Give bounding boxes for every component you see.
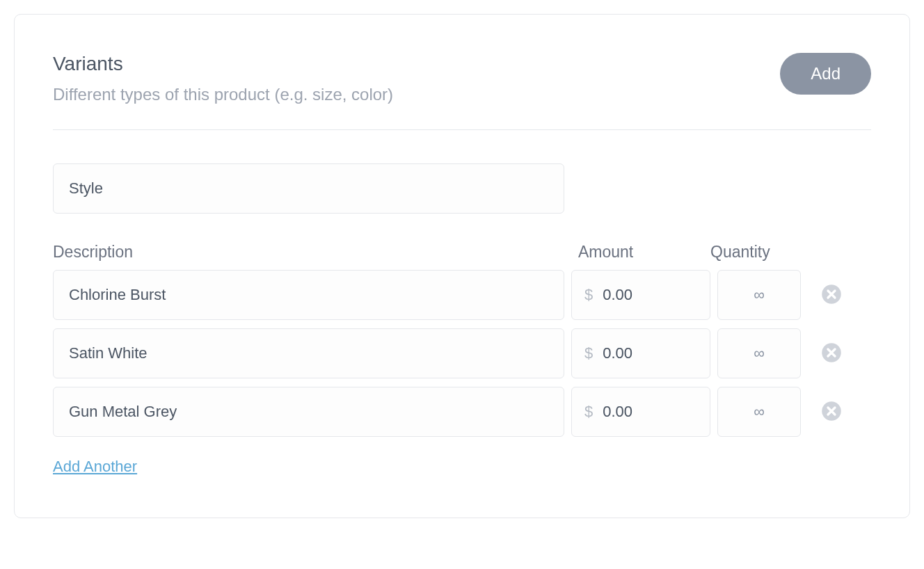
variant-description-input[interactable] [53, 387, 564, 437]
variants-subtitle: Different types of this product (e.g. si… [53, 85, 393, 104]
variant-group-name-wrap [53, 163, 564, 214]
variant-amount-input[interactable] [603, 344, 697, 362]
currency-symbol: $ [584, 403, 593, 421]
variant-amount-input[interactable] [603, 286, 697, 304]
currency-symbol: $ [584, 344, 593, 362]
variant-row: $ [53, 270, 871, 320]
close-icon [821, 284, 842, 307]
variants-card: Variants Different types of this product… [14, 14, 910, 518]
close-icon [821, 342, 842, 365]
variant-quantity-wrap [717, 387, 801, 437]
remove-variant-button[interactable] [820, 284, 843, 306]
variant-amount-input[interactable] [603, 403, 697, 421]
variant-quantity-input[interactable] [718, 286, 800, 304]
variant-row: $ [53, 387, 871, 437]
column-label-description: Description [53, 243, 578, 262]
variants-header: Variants Different types of this product… [53, 53, 871, 130]
currency-symbol: $ [584, 286, 593, 304]
variant-amount-wrap: $ [571, 328, 710, 378]
variants-title: Variants [53, 53, 393, 75]
variant-quantity-wrap [717, 270, 801, 320]
remove-variant-button[interactable] [820, 342, 843, 364]
variant-description-input[interactable] [53, 328, 564, 378]
add-another-link[interactable]: Add Another [53, 458, 137, 476]
column-label-amount: Amount [578, 243, 710, 262]
variant-quantity-input[interactable] [718, 403, 800, 421]
variant-quantity-wrap [717, 328, 801, 378]
variant-amount-wrap: $ [571, 387, 710, 437]
add-variant-button[interactable]: Add [780, 53, 871, 95]
variant-group-name-input[interactable] [53, 163, 564, 214]
variant-row: $ [53, 328, 871, 378]
column-label-quantity: Quantity [710, 243, 797, 262]
variant-amount-wrap: $ [571, 270, 710, 320]
close-icon [821, 401, 842, 424]
variant-quantity-input[interactable] [718, 344, 800, 362]
variant-rows: $ $ $ [53, 270, 871, 437]
variant-column-labels: Description Amount Quantity [53, 243, 871, 262]
remove-variant-button[interactable] [820, 401, 843, 423]
variant-description-input[interactable] [53, 270, 564, 320]
variants-header-text: Variants Different types of this product… [53, 53, 393, 104]
